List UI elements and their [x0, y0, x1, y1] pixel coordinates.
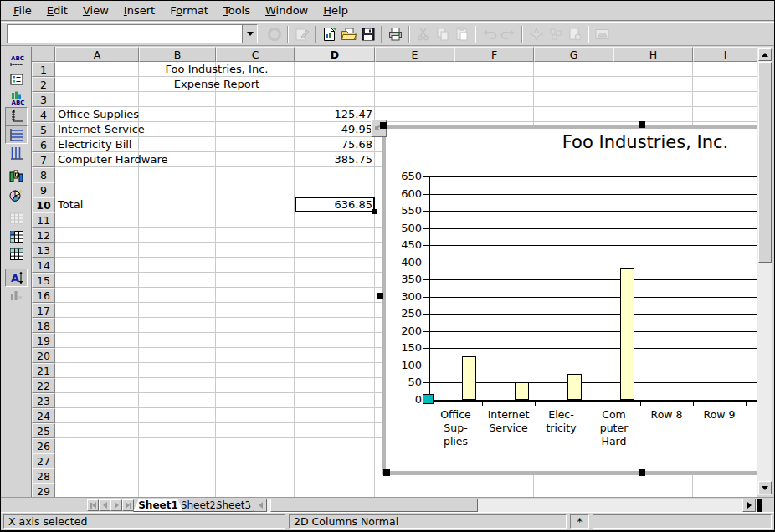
autoformat-chart-button[interactable]: [5, 186, 28, 204]
chart-title[interactable]: Foo Industries, Inc.: [382, 132, 775, 152]
horizontal-grid-button[interactable]: [5, 125, 28, 144]
y-axis[interactable]: [429, 176, 430, 401]
row-header-8[interactable]: 8: [32, 167, 55, 182]
row-header-2[interactable]: 2: [32, 77, 55, 92]
row-header-11[interactable]: 11: [32, 212, 55, 228]
row-header-1[interactable]: 1: [32, 62, 55, 77]
menu-view[interactable]: View: [75, 3, 116, 18]
menu-tools[interactable]: Tools: [216, 3, 258, 18]
scroll-down-button[interactable]: [758, 481, 772, 494]
row-header-18[interactable]: 18: [32, 318, 55, 333]
row-header-14[interactable]: 14: [32, 258, 55, 273]
scale-text-button[interactable]: A: [5, 269, 28, 287]
scroll-right-button[interactable]: [742, 499, 756, 512]
row-header-27[interactable]: 27: [32, 453, 55, 468]
x-axis[interactable]: [429, 400, 758, 402]
url-dropdown-button[interactable]: [242, 25, 257, 43]
vertical-scrollbar[interactable]: [757, 47, 772, 495]
chart-resize-handle-top-left[interactable]: [380, 122, 387, 129]
url-combobox[interactable]: [7, 24, 258, 43]
chart-resize-handle-bottom-middle[interactable]: [639, 469, 645, 476]
row-header-6[interactable]: 6: [32, 137, 55, 152]
bar-computer-hard[interactable]: [620, 268, 634, 400]
chart-resize-handle-left-middle[interactable]: [377, 293, 383, 299]
cell-A6[interactable]: Electricity Bill: [55, 137, 139, 152]
vertical-grid-button[interactable]: [5, 144, 28, 162]
cell-B1[interactable]: Foo Industries, Inc.: [139, 62, 295, 77]
selection-fill-handle[interactable]: [372, 209, 377, 214]
cell-A10[interactable]: Total: [55, 197, 139, 212]
row-header-12[interactable]: 12: [32, 228, 55, 243]
legend-on-off-button[interactable]: [5, 70, 28, 89]
last-sheet-button[interactable]: [122, 499, 134, 511]
select-all-corner[interactable]: [32, 47, 55, 62]
column-header-B[interactable]: B: [139, 47, 216, 62]
horizontal-scrollbar[interactable]: [254, 499, 762, 512]
row-header-20[interactable]: 20: [32, 348, 55, 363]
menu-insert[interactable]: Insert: [116, 3, 162, 18]
menu-file[interactable]: File: [6, 3, 39, 18]
row-header-3[interactable]: 3: [32, 92, 55, 107]
bar-internet-service[interactable]: [515, 382, 529, 400]
cell-A7[interactable]: Computer Hardware: [55, 152, 139, 167]
bar-electricity[interactable]: [567, 374, 582, 400]
column-header-F[interactable]: F: [454, 47, 534, 62]
bar-office-supplies[interactable]: [462, 356, 476, 400]
cell-D4[interactable]: 125.47: [295, 107, 375, 122]
scroll-left-button[interactable]: [254, 499, 267, 512]
next-sheet-button[interactable]: [110, 499, 122, 511]
row-header-17[interactable]: 17: [32, 303, 55, 318]
open-button[interactable]: [339, 24, 358, 43]
row-header-25[interactable]: 25: [32, 423, 55, 438]
column-header-A[interactable]: A: [55, 47, 139, 62]
row-header-16[interactable]: 16: [32, 288, 55, 303]
menu-help[interactable]: Help: [316, 3, 356, 18]
axis-description-button[interactable]: [5, 107, 28, 125]
row-header-29[interactable]: 29: [32, 483, 55, 497]
sheet-tab-sheet2[interactable]: Sheet2: [178, 499, 218, 512]
previous-sheet-button[interactable]: [99, 499, 110, 511]
print-button[interactable]: [386, 24, 405, 43]
vertical-scroll-thumb[interactable]: [758, 62, 772, 263]
cell-D6[interactable]: 75.68: [295, 137, 375, 152]
split-handle[interactable]: [757, 499, 762, 512]
row-header-26[interactable]: 26: [32, 438, 55, 453]
column-header-C[interactable]: C: [216, 47, 295, 62]
column-header-G[interactable]: G: [534, 47, 613, 62]
row-header-7[interactable]: 7: [32, 152, 55, 167]
row-header-10[interactable]: 10: [32, 197, 55, 212]
url-input[interactable]: [8, 25, 242, 43]
horizontal-scroll-thumb[interactable]: [270, 499, 478, 512]
menu-format[interactable]: Format: [162, 3, 216, 18]
row-header-9[interactable]: 9: [32, 182, 55, 197]
cell-B2[interactable]: Expense Report: [139, 77, 295, 92]
new-document-button[interactable]: [320, 24, 339, 43]
chart-type-button[interactable]: ▣: [5, 167, 28, 186]
cell-A5[interactable]: Internet Service: [55, 122, 139, 137]
cell-D5[interactable]: 49.95: [295, 122, 375, 137]
menu-edit[interactable]: Edit: [39, 3, 75, 18]
embedded-chart[interactable]: Foo Industries, Inc. 0501001502002503003…: [382, 125, 775, 475]
cell-A4[interactable]: Office Supplies: [55, 107, 139, 122]
sheet-tab-sheet1[interactable]: Sheet1: [133, 499, 183, 512]
row-header-19[interactable]: 19: [32, 333, 55, 348]
column-header-H[interactable]: H: [613, 47, 693, 62]
data-in-rows-button[interactable]: [5, 228, 28, 246]
data-in-columns-button[interactable]: [5, 245, 28, 263]
column-header-E[interactable]: E: [375, 47, 454, 62]
row-header-15[interactable]: 15: [32, 273, 55, 288]
row-header-4[interactable]: 4: [32, 107, 55, 122]
scroll-up-button[interactable]: [758, 48, 772, 61]
sheet-tab-sheet3[interactable]: Sheet3: [213, 499, 254, 512]
row-header-21[interactable]: 21: [32, 363, 55, 378]
first-sheet-button[interactable]: [87, 499, 99, 511]
column-header-I[interactable]: I: [693, 47, 757, 62]
cell-D7[interactable]: 385.75: [295, 152, 375, 167]
title-on-off-button[interactable]: ABC: [5, 52, 28, 70]
chart-resize-handle-bottom-left[interactable]: [383, 469, 390, 476]
chart-resize-handle-top-middle[interactable]: [639, 121, 645, 128]
row-header-13[interactable]: 13: [32, 243, 55, 258]
axes-title-on-off-button[interactable]: ABC: [5, 89, 28, 107]
column-header-D[interactable]: D: [295, 47, 375, 62]
row-header-23[interactable]: 23: [32, 393, 55, 408]
